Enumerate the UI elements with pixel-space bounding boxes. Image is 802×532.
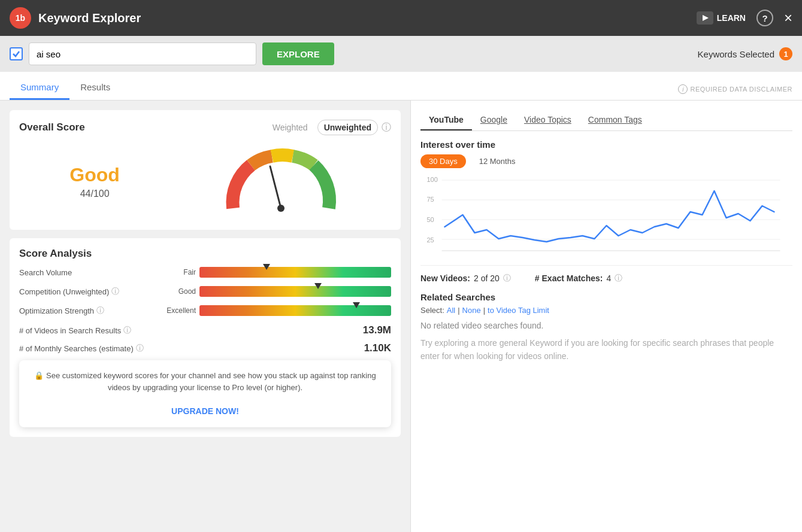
metrics-row: New Videos: 2 of 20 ⓘ # Exact Matches: 4…	[420, 265, 792, 284]
yt-tab-google[interactable]: Google	[472, 110, 516, 130]
score-display: Good 44/100	[19, 142, 391, 220]
header-left: 1b Keyword Explorer	[10, 7, 141, 29]
weight-toggle: Weighted Unweighted ⓘ	[267, 120, 391, 135]
svg-text:75: 75	[427, 196, 434, 203]
upgrade-popup: 🔒 See customized keyword scores for your…	[19, 360, 391, 427]
help-icon[interactable]: ?	[756, 10, 773, 26]
disclaimer-icon: i	[678, 84, 688, 94]
svg-marker-0	[703, 15, 709, 21]
search-left: EXPLORE	[10, 42, 334, 65]
logo: 1b	[10, 7, 31, 29]
app-title: Keyword Explorer	[38, 11, 141, 25]
right-panel: YouTube Google Video Topics Common Tags …	[410, 101, 802, 532]
select-row: Select: All | None | to Video Tag Limit	[420, 306, 792, 315]
competition-bar	[199, 286, 391, 297]
competition-label: Competition (Unweighted) ⓘ	[19, 286, 157, 297]
main-content: Overall Score Weighted Unweighted ⓘ Good…	[0, 101, 802, 532]
no-results-text: No related video searches found.	[420, 321, 792, 330]
period-30-button[interactable]: 30 Days	[420, 154, 466, 168]
play-icon	[697, 11, 713, 25]
score-analysis-title: Score Analysis	[19, 248, 391, 260]
searches-label: # of Monthly Searches (estimate) ⓘ	[19, 343, 144, 354]
exact-matches-help[interactable]: ⓘ	[615, 273, 622, 284]
tab-results[interactable]: Results	[69, 76, 121, 100]
competition-help-icon[interactable]: ⓘ	[111, 286, 119, 297]
tabs-row: Summary Results i REQUIRED DATA DISCLAIM…	[0, 72, 802, 101]
score-row-optimization: Optimization Strength ⓘ Excellent	[19, 305, 391, 316]
search-input[interactable]	[29, 42, 256, 65]
score-label: Good	[69, 164, 120, 186]
learn-button[interactable]: LEARN	[697, 11, 746, 25]
exact-matches-metric: # Exact Matches: 4 ⓘ	[535, 273, 622, 284]
searches-help-icon[interactable]: ⓘ	[136, 343, 144, 354]
upgrade-text: 🔒 See customized keyword scores for your…	[31, 370, 379, 393]
select-tag-limit-link[interactable]: to Video Tag Limit	[488, 306, 549, 315]
searches-value: 1.10K	[364, 342, 391, 354]
videos-help-icon[interactable]: ⓘ	[123, 325, 131, 336]
new-videos-metric: New Videos: 2 of 20 ⓘ	[420, 273, 511, 284]
yt-tab-common-tags[interactable]: Common Tags	[580, 110, 650, 130]
score-number: 44/100	[69, 189, 120, 199]
optimization-rating: Excellent	[157, 306, 196, 315]
related-searches-title: Related Searches	[420, 292, 792, 302]
search-volume-bar	[199, 267, 391, 278]
keywords-selected: Keywords Selected 1	[698, 47, 792, 60]
videos-value: 13.9M	[363, 324, 391, 336]
search-volume-label: Search Volume	[19, 268, 157, 277]
yt-tabs: YouTube Google Video Topics Common Tags	[420, 110, 792, 131]
svg-text:100: 100	[427, 176, 438, 183]
try-text: Try exploring a more general Keyword if …	[420, 336, 792, 363]
weighted-option[interactable]: Weighted	[267, 120, 314, 135]
select-none-link[interactable]: None	[462, 306, 481, 315]
optimization-bar	[199, 305, 391, 316]
close-button[interactable]: ×	[784, 10, 792, 26]
score-text: Good 44/100	[69, 164, 120, 199]
score-help-icon[interactable]: ⓘ	[382, 121, 391, 134]
header-right: LEARN ? ×	[697, 10, 792, 26]
new-videos-help[interactable]: ⓘ	[503, 273, 511, 284]
search-volume-rating: Fair	[157, 268, 196, 276]
competition-rating: Good	[157, 287, 196, 296]
left-panel: Overall Score Weighted Unweighted ⓘ Good…	[0, 101, 410, 532]
upgrade-link[interactable]: UPGRADE NOW!	[171, 406, 239, 416]
overall-score-card: Overall Score Weighted Unweighted ⓘ Good…	[10, 110, 401, 230]
score-row-search-volume: Search Volume Fair	[19, 267, 391, 278]
score-row-competition: Competition (Unweighted) ⓘ Good	[19, 286, 391, 297]
select-all-link[interactable]: All	[447, 306, 455, 315]
svg-text:50: 50	[427, 216, 434, 223]
stat-row-searches: # of Monthly Searches (estimate) ⓘ 1.10K	[19, 342, 391, 354]
header: 1b Keyword Explorer LEARN ? ×	[0, 0, 802, 36]
svg-point-3	[277, 205, 285, 212]
keywords-count-badge: 1	[779, 47, 792, 60]
optimization-help-icon[interactable]: ⓘ	[96, 305, 104, 316]
svg-line-2	[270, 166, 281, 208]
svg-text:25: 25	[427, 236, 434, 244]
search-bar: EXPLORE Keywords Selected 1	[0, 36, 802, 72]
unweighted-option[interactable]: Unweighted	[317, 120, 378, 135]
stat-row-videos: # of Videos in Search Results ⓘ 13.9M	[19, 324, 391, 336]
period-12-button[interactable]: 12 Months	[471, 154, 524, 168]
interest-title: Interest over time	[420, 139, 792, 150]
explore-button[interactable]: EXPLORE	[262, 42, 334, 65]
yt-tab-youtube[interactable]: YouTube	[420, 110, 472, 130]
yt-tab-video-topics[interactable]: Video Topics	[516, 110, 580, 130]
videos-label: # of Videos in Search Results ⓘ	[19, 325, 131, 336]
gauge-svg	[221, 148, 341, 214]
overall-score-header: Overall Score Weighted Unweighted ⓘ	[19, 120, 391, 135]
interest-chart: 100 75 50 25	[420, 173, 792, 257]
gauge	[221, 148, 341, 214]
search-checkbox[interactable]	[10, 47, 23, 60]
overall-score-title: Overall Score	[19, 121, 85, 133]
chart-area: 100 75 50 25	[420, 173, 792, 257]
disclaimer: i REQUIRED DATA DISCLAIMER	[678, 84, 792, 100]
optimization-label: Optimization Strength ⓘ	[19, 305, 157, 316]
period-buttons: 30 Days 12 Months	[420, 154, 792, 168]
interest-section: Interest over time 30 Days 12 Months 100…	[420, 139, 792, 257]
main-tabs: Summary Results	[10, 76, 121, 100]
tab-summary[interactable]: Summary	[10, 76, 69, 100]
score-analysis-card: Score Analysis Search Volume Fair Compet…	[10, 238, 401, 437]
